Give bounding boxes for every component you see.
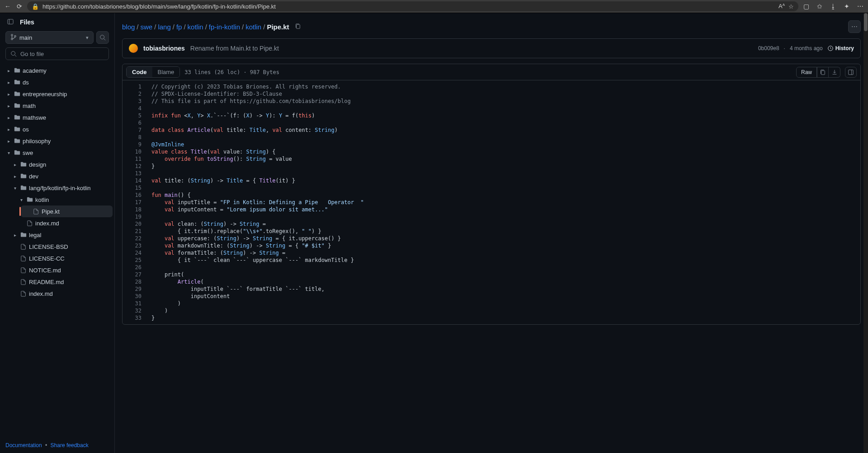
line-number[interactable]: 32 <box>123 307 142 314</box>
code-line[interactable] <box>150 170 860 177</box>
tree-folder[interactable]: ▸os <box>2 123 113 135</box>
favorites-icon[interactable]: ✩ <box>816 2 824 10</box>
refresh-button[interactable]: ⟳ <box>15 2 24 10</box>
copy-raw-button[interactable] <box>817 67 829 78</box>
code-line[interactable] <box>150 105 860 112</box>
breadcrumb-link[interactable]: fp-in-kotlin <box>209 23 240 31</box>
line-number-gutter[interactable]: 1234567891011121314151617181920212223242… <box>123 80 150 324</box>
tab-code[interactable]: Code <box>127 67 152 77</box>
reader-icon[interactable]: AA <box>778 3 785 9</box>
latest-commit-strip[interactable]: tobiasbriones Rename from Main.kt to Pip… <box>122 38 861 58</box>
line-number[interactable]: 31 <box>123 300 142 307</box>
code-line[interactable] <box>150 264 860 271</box>
collapse-sidebar-icon[interactable] <box>7 19 14 26</box>
breadcrumb-link[interactable]: kotlin <box>188 23 203 31</box>
code-line[interactable]: ) <box>150 307 860 314</box>
line-number[interactable]: 24 <box>123 249 142 257</box>
download-raw-button[interactable] <box>829 67 840 78</box>
code-line[interactable]: fun main() { <box>150 191 860 199</box>
tree-folder[interactable]: ▸design <box>8 159 113 170</box>
code-line[interactable]: val formatTitle: (String) -> String = <box>150 249 860 257</box>
branch-selector[interactable]: main ▾ <box>5 31 94 44</box>
menu-icon[interactable]: ⋯ <box>856 2 864 10</box>
code-line[interactable]: // SPDX-License-Identifier: BSD-3-Clause <box>150 90 860 98</box>
code-line[interactable]: print( <box>150 271 860 278</box>
tree-folder[interactable]: ▸ds <box>2 76 113 88</box>
code-line[interactable]: inputContent <box>150 293 860 300</box>
tab-blame[interactable]: Blame <box>152 67 180 77</box>
tree-folder[interactable]: ▸legal <box>8 229 113 241</box>
line-number[interactable]: 29 <box>123 285 142 293</box>
line-number[interactable]: 20 <box>123 220 142 228</box>
code-line[interactable]: } <box>150 163 860 170</box>
code-line[interactable]: val title: (String) -> Title = { Title(i… <box>150 177 860 184</box>
line-number[interactable]: 16 <box>123 191 142 199</box>
code-line[interactable]: @JvmInline <box>150 141 860 148</box>
line-number[interactable]: 26 <box>123 264 142 271</box>
back-button[interactable]: ← <box>4 2 12 10</box>
code-lines[interactable]: // Copyright (c) 2023 Tobias Briones. Al… <box>150 80 860 324</box>
breadcrumb-link[interactable]: fp <box>176 23 182 31</box>
line-number[interactable]: 22 <box>123 235 142 242</box>
tree-folder[interactable]: ▾lang/fp/kotlin/fp-in-kotlin <box>8 182 113 194</box>
more-options-button[interactable]: ⋯ <box>848 20 861 33</box>
code-line[interactable]: inputTitle `---` formatTitle `---` title… <box>150 285 860 293</box>
code-line[interactable]: infix fun <X, Y> X.`---`(f: (X) -> Y): Y… <box>150 112 860 119</box>
breadcrumb-link[interactable]: blog <box>122 23 135 31</box>
tree-file[interactable]: NOTICE.md <box>8 264 113 276</box>
code-line[interactable]: { it `---` clean `---` uppercase `---` m… <box>150 257 860 264</box>
tree-folder[interactable]: ▸academy <box>2 65 113 76</box>
line-number[interactable]: 19 <box>123 213 142 220</box>
line-number[interactable]: 17 <box>123 199 142 206</box>
tree-file[interactable]: LICENSE-CC <box>8 252 113 264</box>
breadcrumb-link[interactable]: swe <box>141 23 153 31</box>
tree-file[interactable]: LICENSE-BSD <box>8 241 113 252</box>
code-line[interactable]: data class Article(val title: Title, val… <box>150 126 860 134</box>
scrollbar-thumb[interactable] <box>864 13 868 31</box>
search-repo-button[interactable] <box>96 31 109 44</box>
line-number[interactable]: 8 <box>123 134 142 141</box>
tree-folder[interactable]: ▸math <box>2 100 113 112</box>
code-line[interactable]: { it.trim().replace("\\s+".toRegex(), " … <box>150 228 860 235</box>
line-number[interactable]: 2 <box>123 90 142 98</box>
code-line[interactable]: val uppercase: (String) -> String = { it… <box>150 235 860 242</box>
line-number[interactable]: 12 <box>123 163 142 170</box>
line-number[interactable]: 7 <box>123 126 142 134</box>
commit-sha[interactable]: 0b009e8 <box>758 45 779 51</box>
line-number[interactable]: 10 <box>123 148 142 155</box>
line-number[interactable]: 30 <box>123 293 142 300</box>
go-to-file-input[interactable]: Go to file <box>5 47 109 60</box>
tree-folder[interactable]: ▾kotlin <box>14 194 113 205</box>
avatar[interactable] <box>129 44 138 53</box>
code-line[interactable]: ) <box>150 300 860 307</box>
history-button[interactable]: History <box>827 45 854 51</box>
code-line[interactable]: } <box>150 314 860 322</box>
code-line[interactable] <box>150 134 860 141</box>
tree-file[interactable]: index.md <box>14 217 113 229</box>
line-number[interactable]: 28 <box>123 278 142 285</box>
code-line[interactable]: // Copyright (c) 2023 Tobias Briones. Al… <box>150 83 860 90</box>
tree-folder[interactable]: ▸entrepreneurship <box>2 88 113 100</box>
copy-path-icon[interactable] <box>295 23 301 31</box>
docs-link[interactable]: Documentation <box>5 442 42 448</box>
line-number[interactable]: 1 <box>123 83 142 90</box>
tree-file[interactable]: index.md <box>8 288 113 299</box>
line-number[interactable]: 27 <box>123 271 142 278</box>
line-number[interactable]: 21 <box>123 228 142 235</box>
line-number[interactable]: 15 <box>123 184 142 191</box>
commit-author[interactable]: tobiasbriones <box>143 45 185 52</box>
code-line[interactable] <box>150 119 860 126</box>
feedback-link[interactable]: Share feedback <box>51 442 89 448</box>
code-line[interactable]: value class Title(val value: String) { <box>150 148 860 155</box>
line-number[interactable]: 33 <box>123 314 142 322</box>
tree-file[interactable]: Pipe.kt <box>21 205 113 217</box>
tree-file[interactable]: README.md <box>8 276 113 288</box>
raw-button[interactable]: Raw <box>796 67 817 78</box>
code-line[interactable]: // This file is part of https://github.c… <box>150 98 860 105</box>
code-line[interactable]: Article( <box>150 278 860 285</box>
line-number[interactable]: 6 <box>123 119 142 126</box>
line-number[interactable]: 3 <box>123 98 142 105</box>
line-number[interactable]: 23 <box>123 242 142 249</box>
code-line[interactable] <box>150 213 860 220</box>
tree-folder[interactable]: ▸mathswe <box>2 112 113 123</box>
